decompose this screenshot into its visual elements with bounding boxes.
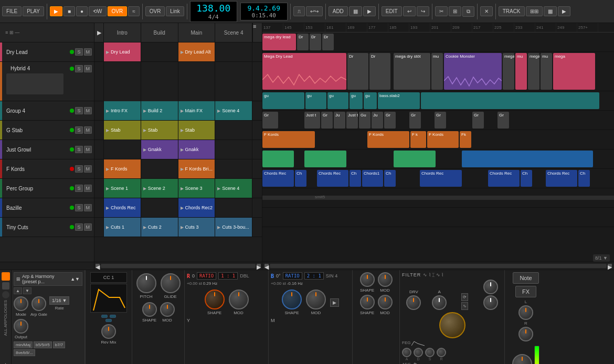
arr-clip-justt2[interactable]: Just t	[346, 112, 358, 129]
scroll-arr-left[interactable]: ◀	[264, 264, 269, 268]
scroll-track[interactable]	[101, 264, 256, 268]
arp-preset-bar[interactable]: ⊞ Arp & Harmony (preset p... ▲▼	[14, 272, 82, 286]
filter-wave-btn[interactable]: ∿	[461, 302, 468, 310]
clip-percgroup-build[interactable]: ▶Scene 2	[141, 179, 178, 198]
arr-clip-mega-dry-stot[interactable]: mega dry stöt	[394, 53, 430, 90]
arr-clip-mega2[interactable]: mega	[503, 53, 514, 90]
redo-button[interactable]: ↪	[417, 6, 429, 16]
track-mute-hybrid4[interactable]: M	[84, 65, 92, 72]
clip-group4-build[interactable]: ▶Build 2	[141, 101, 178, 120]
clip-hybrid4-intro[interactable]	[104, 62, 141, 101]
arr-clip-chords1[interactable]: Chords1	[362, 170, 383, 187]
arp-rate-select[interactable]: 1/16 ▼	[49, 296, 69, 305]
scroll-left-arrow[interactable]: ◀	[96, 264, 100, 268]
edit-button[interactable]: EDIT	[382, 6, 402, 16]
filter-knob4[interactable]	[483, 280, 498, 294]
clip-bazille-intro[interactable]: ▶Chords Rec	[104, 198, 141, 217]
record-button[interactable]: ●	[76, 6, 88, 16]
scroll-arr-right[interactable]: ▶	[608, 264, 612, 268]
arr-clip-ch1[interactable]: Ch	[295, 170, 306, 187]
arp-output-knob[interactable]	[14, 319, 28, 334]
arp-b7-btn[interactable]: b7/7	[53, 341, 66, 348]
arr-clip-mu1[interactable]: mu	[431, 53, 443, 90]
arr-clip-mu2[interactable]: mu	[515, 53, 527, 90]
close-button[interactable]: ✕	[480, 6, 493, 16]
file-button[interactable]: FILE	[2, 6, 22, 16]
drv-knob[interactable]	[406, 295, 421, 310]
arr-clip-gr4[interactable]: Gr	[409, 112, 421, 129]
track-mute-percgroup[interactable]: M	[84, 185, 92, 192]
clip-fkords-main[interactable]: ▶F Kords Bri...	[178, 159, 216, 178]
play-b-btn[interactable]: ▶	[330, 298, 339, 307]
clip-group4-scene4[interactable]: ▶Scene 4	[215, 101, 252, 120]
shape-knob3[interactable]	[360, 272, 375, 287]
row-options-percgroup[interactable]	[94, 179, 104, 198]
paste-button[interactable]: ⧉	[462, 6, 474, 17]
synth-round-btn[interactable]	[2, 291, 9, 298]
arr-clip-fkords3[interactable]: F Kords	[427, 131, 459, 148]
clip-dry-lead-build[interactable]	[141, 42, 178, 61]
clip-bazille-scene4[interactable]	[215, 198, 252, 217]
row-options-gstab[interactable]	[94, 121, 104, 140]
arr-clip-mega3[interactable]: mega	[553, 53, 595, 90]
chart-button[interactable]: ▦	[349, 6, 362, 16]
clip-gstab-intro[interactable]: ▶Stab	[104, 121, 141, 140]
track-solo-group4[interactable]: S	[75, 107, 82, 114]
arr-clip-dr1[interactable]: Dr	[297, 34, 309, 50]
filter-toggle-btn[interactable]: ⟳	[461, 293, 468, 301]
row-options-dry-lead[interactable]	[94, 42, 104, 61]
arr-clip-ju[interactable]: Ju	[334, 112, 345, 129]
track-active-dry-lead[interactable]	[70, 50, 74, 54]
clip-percgroup-main[interactable]: ▶Scene 3	[178, 179, 216, 198]
clip-justgrowl-main[interactable]: ▶Gnakk	[178, 140, 216, 159]
arr-clip-ch5[interactable]: Ch	[578, 170, 590, 187]
arr-clip-justt[interactable]: Just t	[304, 112, 320, 129]
clip-percgroup-intro[interactable]: ▶Scene 1	[104, 179, 141, 198]
arr-clip-gu1[interactable]: gu	[262, 92, 304, 109]
shape-b-knob[interactable]	[282, 290, 302, 309]
clip-bazille-build[interactable]	[141, 198, 178, 217]
clip-fkords-intro[interactable]: ▶F Kords	[104, 159, 141, 178]
arr-clip-teal-long[interactable]	[421, 92, 599, 109]
grid-button[interactable]: ⊞⊞	[526, 6, 543, 16]
arr-clip-dr3[interactable]: Dr	[322, 34, 334, 50]
mod-knob3b[interactable]	[378, 295, 393, 309]
track-mute-dry-lead[interactable]: M	[84, 48, 92, 56]
track-button[interactable]: TRACK	[499, 6, 525, 16]
mod-r-knob[interactable]	[229, 290, 249, 309]
ovr2-button[interactable]: OVR	[145, 6, 165, 16]
arr-clip-dr-tall2[interactable]: Dr	[369, 53, 390, 90]
arr-clip-chordsrec4[interactable]: Chords Rec	[488, 170, 520, 187]
track-mute-fkords[interactable]: M	[84, 165, 92, 173]
arr-clip-gr1[interactable]: Gr	[262, 112, 278, 129]
quantize-button[interactable]: ≈	[128, 6, 140, 16]
midi-btn[interactable]: ⎍	[293, 6, 305, 16]
clip-percgroup-scene4[interactable]: ▶Scene 4	[215, 179, 252, 198]
arr-clip-chordsrec5[interactable]: Chords Rec	[546, 170, 577, 187]
clip-tinycuts-main[interactable]: ▶Cuts 3	[178, 218, 216, 237]
row-options-tinycuts[interactable]	[94, 218, 104, 237]
cut-button[interactable]: ✂	[435, 6, 448, 16]
arp-gate-knob[interactable]	[31, 296, 46, 311]
arr-clip-blue-long[interactable]	[462, 151, 593, 167]
arr-clip-gr2[interactable]: Gr	[321, 112, 333, 129]
row-options-group4[interactable]	[94, 101, 104, 120]
track-active-fkords[interactable]	[70, 167, 74, 171]
clip-group4-main[interactable]: ▶Main FX	[178, 101, 216, 120]
mod-b-knob[interactable]	[306, 290, 326, 309]
track-solo-fkords[interactable]: S	[75, 165, 82, 173]
arr-clip-chordsrec1[interactable]: Chords Rec	[262, 170, 294, 187]
filter-knob5[interactable]	[483, 295, 498, 310]
track-active-gstab[interactable]	[70, 128, 74, 132]
arp-8ve-btn[interactable]: 8ve/b9/...	[14, 349, 35, 356]
clip-justgrowl-scene4[interactable]	[215, 140, 252, 159]
arr-clip-ju2[interactable]: Ju	[372, 112, 383, 129]
track-solo-bazille[interactable]: S	[75, 204, 82, 211]
arr-clip-dr-tall1[interactable]: Dr	[347, 53, 368, 90]
arr-clip-gu3[interactable]: gu	[327, 92, 348, 109]
sync-btn[interactable]: ↩↪	[306, 6, 323, 16]
mod-knob1[interactable]	[160, 302, 175, 317]
track-mute-tinycuts[interactable]: M	[84, 223, 92, 231]
fx-button[interactable]: FX	[515, 286, 536, 297]
clip-dry-lead-main[interactable]: ▶Dry Lead Alt	[178, 42, 216, 61]
